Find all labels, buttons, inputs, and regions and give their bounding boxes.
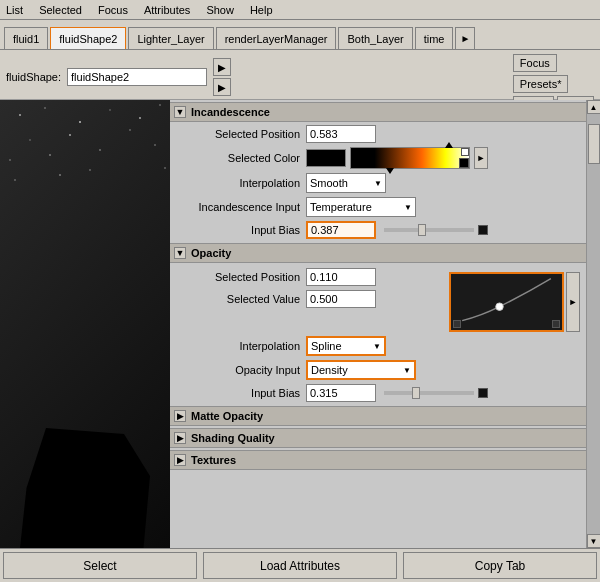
select-button[interactable]: Select (3, 552, 197, 579)
opacity-position-row: Selected Position (176, 266, 441, 288)
matte-opacity-arrow[interactable]: ▶ (174, 410, 186, 422)
incandescence-position-input[interactable] (306, 125, 376, 143)
incandescence-color-swatch[interactable] (306, 149, 346, 167)
incandescence-interp-row: Interpolation Smooth ▼ (170, 171, 586, 195)
incandescence-content: Selected Position Selected Color (170, 123, 586, 241)
opacity-bias-control (306, 384, 580, 402)
opacity-position-input[interactable] (306, 268, 376, 286)
menu-selected[interactable]: Selected (37, 4, 84, 16)
incandescence-bias-slider[interactable] (384, 228, 474, 232)
incandescence-interp-arrow: ▼ (374, 179, 382, 188)
opacity-interp-control: Spline ▼ (306, 336, 580, 356)
incandescence-interp-dropdown[interactable]: Smooth ▼ (306, 173, 386, 193)
opacity-title: Opacity (191, 247, 231, 259)
incandescence-interp-label: Interpolation (176, 177, 306, 189)
attributes-panel: ▼ Incandescence Selected Position Select… (170, 100, 586, 548)
svg-point-7 (69, 134, 71, 136)
opacity-input-row: Opacity Input Density ▼ (170, 358, 586, 382)
opacity-input-value: Density (311, 364, 348, 376)
textures-arrow[interactable]: ▶ (174, 454, 186, 466)
svg-point-12 (99, 149, 101, 151)
incandescence-position-label: Selected Position (176, 128, 306, 140)
svg-point-18 (496, 303, 503, 310)
incandescence-section: ▼ Incandescence Selected Position Select… (170, 102, 586, 241)
opacity-header[interactable]: ▼ Opacity (170, 243, 586, 263)
menu-list[interactable]: List (4, 4, 25, 16)
tab-lighter-layer[interactable]: Lighter_Layer (128, 27, 213, 49)
shape-value-input[interactable] (67, 68, 207, 86)
opacity-graph-area: ► (445, 272, 580, 332)
opacity-interp-dropdown[interactable]: Spline ▼ (306, 336, 386, 356)
opacity-graph[interactable] (449, 272, 564, 332)
gradient-pointer-top (445, 142, 453, 148)
menu-attributes[interactable]: Attributes (142, 4, 192, 16)
menu-focus[interactable]: Focus (96, 4, 130, 16)
presets-button[interactable]: Presets* (513, 75, 569, 93)
svg-point-8 (129, 129, 131, 131)
shading-quality-header[interactable]: ▶ Shading Quality (170, 428, 586, 448)
viewport (0, 100, 170, 548)
opacity-input-dropdown[interactable]: Density ▼ (306, 360, 416, 380)
opacity-value-input[interactable] (306, 290, 376, 308)
viewport-dark (0, 100, 170, 548)
right-scrollbar[interactable]: ▲ ▼ (586, 100, 600, 548)
incandescence-gradient[interactable] (350, 147, 470, 169)
opacity-bias-input[interactable] (306, 384, 376, 402)
copy-tab-button[interactable]: Copy Tab (403, 552, 597, 579)
tab-fluid1[interactable]: fluid1 (4, 27, 48, 49)
svg-point-5 (159, 104, 161, 106)
gradient-arrow-btn[interactable]: ► (474, 147, 488, 169)
menu-help[interactable]: Help (248, 4, 275, 16)
load-attributes-button[interactable]: Load Attributes (203, 552, 397, 579)
scroll-thumb[interactable] (588, 124, 600, 164)
incandescence-title: Incandescence (191, 106, 270, 118)
tab-renderlayermanager[interactable]: renderLayerManager (216, 27, 337, 49)
shading-quality-arrow[interactable]: ▶ (174, 432, 186, 444)
incandescence-bias-input[interactable] (306, 221, 376, 239)
scroll-up-arrow[interactable]: ▲ (587, 100, 601, 114)
incandescence-input-label: Incandescence Input (176, 201, 306, 213)
opacity-arrow[interactable]: ▼ (174, 247, 186, 259)
gradient-pointer-bottom (386, 168, 394, 174)
textures-header[interactable]: ▶ Textures (170, 450, 586, 470)
shape-icon-down[interactable]: ▶ (213, 78, 231, 96)
opacity-content: Selected Position Selected Value (170, 264, 586, 404)
incandescence-input-arrow: ▼ (404, 203, 412, 212)
opacity-position-control (306, 268, 441, 286)
svg-point-6 (29, 139, 31, 141)
incandescence-input-value: Temperature (310, 201, 372, 213)
opacity-value-label: Selected Value (176, 293, 306, 305)
matte-opacity-header[interactable]: ▶ Matte Opacity (170, 406, 586, 426)
svg-point-16 (164, 167, 166, 169)
opacity-bias-slider[interactable] (384, 391, 474, 395)
incandescence-arrow[interactable]: ▼ (174, 106, 186, 118)
incandescence-input-dropdown[interactable]: Temperature ▼ (306, 197, 416, 217)
tab-bar: fluid1 fluidShape2 Lighter_Layer renderL… (0, 20, 600, 50)
tab-both-layer[interactable]: Both_Layer (338, 27, 412, 49)
shape-icon-up[interactable]: ▶ (213, 58, 231, 76)
shading-quality-title: Shading Quality (191, 432, 275, 444)
menu-show[interactable]: Show (204, 4, 236, 16)
tab-time[interactable]: time (415, 27, 454, 49)
incandescence-header[interactable]: ▼ Incandescence (170, 102, 586, 122)
tab-scroll-right[interactable]: ► (455, 27, 475, 49)
incandescence-bias-control (306, 221, 580, 239)
graph-end-right (552, 320, 560, 328)
incandescence-interp-value: Smooth (310, 177, 348, 189)
gradient-end-black (459, 158, 469, 168)
top-controls: fluidShape: ▶ ▶ Focus Presets* Show Hide (0, 50, 600, 100)
scroll-track[interactable] (587, 114, 601, 534)
incandescence-color-control: ► (306, 147, 580, 169)
opacity-interp-label: Interpolation (176, 340, 306, 352)
opacity-bias-label: Input Bias (176, 387, 306, 399)
tab-fluidshape2[interactable]: fluidShape2 (50, 27, 126, 49)
opacity-graph-arrow[interactable]: ► (566, 272, 580, 332)
shading-quality-section: ▶ Shading Quality (170, 428, 586, 448)
scroll-down-arrow[interactable]: ▼ (587, 534, 601, 548)
incandescence-bias-thumb (418, 224, 426, 236)
incandescence-interp-control: Smooth ▼ (306, 173, 580, 193)
incandescence-color-row: Selected Color ► (170, 145, 586, 171)
focus-button[interactable]: Focus (513, 54, 557, 72)
textures-title: Textures (191, 454, 236, 466)
menu-bar: List Selected Focus Attributes Show Help (0, 0, 600, 20)
